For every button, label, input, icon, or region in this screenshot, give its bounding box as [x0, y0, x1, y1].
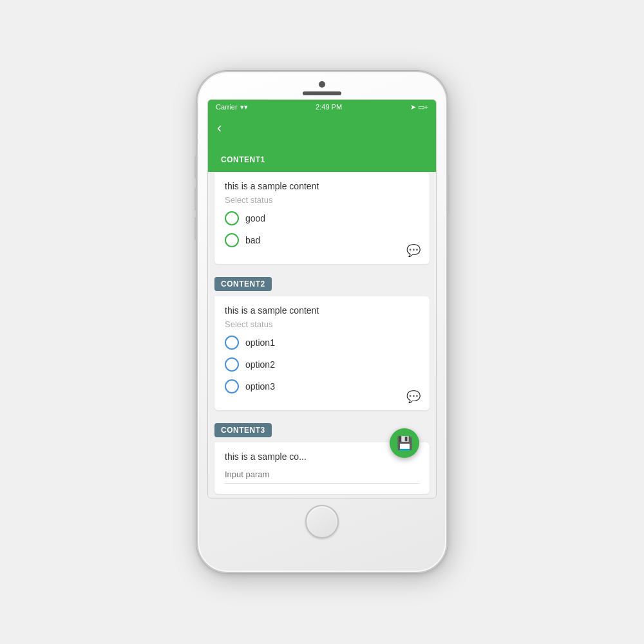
content3-description: this is a sample co...: [225, 451, 419, 462]
radio-circle-bad: [225, 233, 239, 247]
radio-circle-opt1: [225, 336, 239, 350]
radio-option-bad[interactable]: bad: [225, 233, 419, 247]
radio-label-opt3: option3: [245, 381, 275, 392]
radio-label-opt2: option2: [245, 359, 275, 370]
content1-description: this is a sample content: [225, 181, 419, 191]
content2-description: this is a sample content: [225, 305, 419, 316]
nav-bar: ‹: [208, 114, 436, 142]
radio-option-good[interactable]: good: [225, 211, 419, 225]
input-param-field[interactable]: [225, 466, 419, 484]
save-fab-button[interactable]: 💾: [390, 428, 419, 458]
phone-frame: Carrier ▾▾ 2:49 PM ➤ ▭+ ‹ CONTENT1 this: [196, 71, 448, 573]
section-content2: CONTENT2 this is a sample content Select…: [214, 277, 430, 410]
status-left: Carrier ▾▾: [216, 103, 248, 111]
radio-circle-opt2: [225, 357, 239, 372]
radio-option-opt1[interactable]: option1: [225, 336, 419, 350]
radio-option-opt3[interactable]: option3: [225, 379, 419, 393]
status-bar: Carrier ▾▾ 2:49 PM ➤ ▭+: [208, 100, 436, 114]
status-time: 2:49 PM: [316, 103, 342, 111]
content3-tag: CONTENT3: [214, 423, 272, 437]
radio-label-good: good: [245, 213, 265, 223]
phone-top: [198, 72, 446, 99]
content2-card: this is a sample content Select status o…: [214, 296, 430, 410]
comment-icon-1[interactable]: 💬: [406, 243, 421, 258]
carrier-label: Carrier: [216, 103, 238, 111]
wifi-icon: ▾▾: [240, 103, 248, 111]
save-icon: 💾: [397, 435, 413, 451]
front-camera: [319, 81, 325, 88]
content2-tag: CONTENT2: [214, 277, 272, 291]
earpiece-speaker: [303, 91, 341, 95]
content2-select-label: Select status: [225, 319, 419, 329]
comment-icon-2[interactable]: 💬: [406, 390, 421, 404]
content1-select-label: Select status: [225, 195, 419, 205]
radio-circle-opt3: [225, 379, 239, 393]
phone-screen: Carrier ▾▾ 2:49 PM ➤ ▭+ ‹ CONTENT1 this: [207, 99, 437, 498]
radio-label-opt1: option1: [245, 337, 275, 348]
status-right: ➤ ▭+: [410, 103, 428, 111]
battery-icon: ▭+: [418, 103, 428, 111]
radio-label-bad: bad: [245, 235, 260, 245]
back-button[interactable]: ‹: [217, 121, 222, 135]
home-button[interactable]: [305, 505, 339, 538]
content1-tag: CONTENT1: [214, 153, 272, 167]
location-icon: ➤: [410, 103, 416, 111]
content1-card: this is a sample content Select status g…: [214, 172, 430, 264]
radio-circle-good: [225, 211, 239, 225]
radio-option-opt2[interactable]: option2: [225, 357, 419, 372]
section-content1: CONTENT1 this is a sample content Select…: [214, 142, 430, 264]
